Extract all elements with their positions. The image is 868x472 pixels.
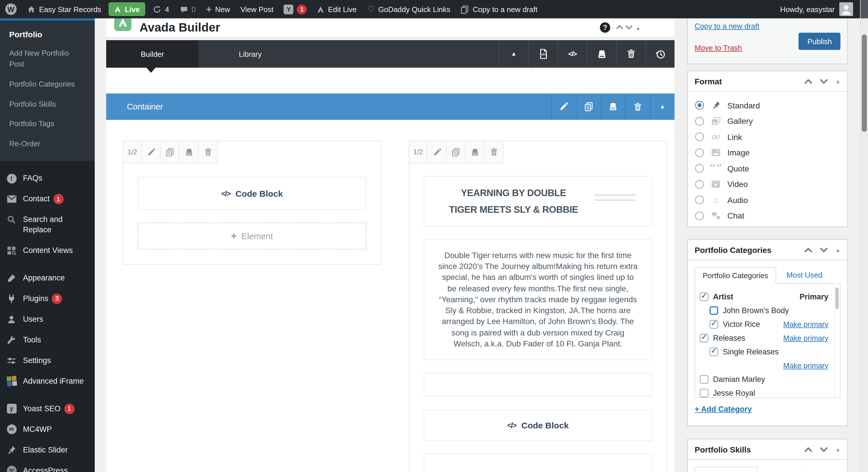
chevron-down-icon[interactable] [625,25,632,30]
move-up-icon[interactable] [804,78,812,84]
column-delete-button[interactable] [198,140,218,164]
category-row-artist[interactable]: Artist Primary [700,290,834,303]
code-block-element[interactable]: </>Code Block [424,409,652,441]
window-scrollbar[interactable] [860,0,868,472]
updates-button[interactable]: 4 [148,0,174,19]
yoast-menu-button[interactable]: Y 1 [279,0,312,19]
move-down-icon[interactable] [820,446,828,452]
collapse-panel-icon[interactable]: ▲ [835,446,840,452]
move-down-icon[interactable] [820,247,828,252]
wordpress-menu-button[interactable]: W [0,0,22,19]
radio[interactable] [695,164,704,173]
avatar[interactable] [839,2,853,16]
custom-css-file-button[interactable]: </> [528,40,557,68]
sidebar-item-advanced-iframe[interactable]: Advanced iFrame [0,371,95,392]
tab-portfolio-skills[interactable]: Portfolio Skills [694,467,757,472]
help-icon[interactable]: ? [600,22,610,33]
radio[interactable] [695,180,704,189]
format-option-audio[interactable]: ♫ Audio [688,192,847,208]
sidebar-item-mc4wp[interactable]: m MC4WP [0,419,95,440]
category-row-victor-rice[interactable]: Victor Rice Make primary [700,317,834,331]
sidebar-item-contact[interactable]: Contact1 [0,189,95,209]
make-primary-link[interactable]: Make primary [783,361,829,370]
column-clone-button[interactable] [446,140,466,164]
column-save-button[interactable] [466,140,485,164]
godaddy-live-badge[interactable]: Live [109,2,146,16]
sidebar-item-plugins[interactable]: Plugins3 [0,288,95,309]
radio[interactable] [695,117,704,126]
column-edit-button[interactable] [428,140,446,164]
new-content-button[interactable]: + New [201,0,236,19]
sidebar-item-accesspress-twitter-feed[interactable]: TF AccessPress Twitter Feed Pro [0,460,95,472]
radio[interactable] [695,148,704,157]
column-size-label[interactable]: 1/2 [123,140,142,164]
sidebar-item-tools[interactable]: Tools [0,330,95,350]
make-primary-link[interactable]: Make primary [783,334,829,342]
column-save-button[interactable] [180,140,198,164]
format-option-standard[interactable]: Standard [688,98,847,113]
checkbox-checked[interactable] [700,334,708,342]
container-collapse-button[interactable]: ▲ [650,94,675,120]
howdy-label[interactable]: Howdy, easystar [780,5,835,13]
column-delete-button[interactable] [485,140,503,164]
history-button[interactable] [645,40,675,68]
collapse-sections-button[interactable]: ▲ [499,40,528,68]
container-bar[interactable]: Container ▲ [106,94,675,120]
add-element-button[interactable]: +Element [138,223,366,249]
sidebar-item-faqs[interactable]: ! FAQs [0,168,95,189]
format-option-link[interactable]: Link [688,129,847,145]
add-category-link[interactable]: + Add Category [694,405,752,413]
category-row-single-releases[interactable]: Single Releases [700,345,834,359]
sidebar-item-add-new-portfolio-post[interactable]: Add New Portfolio Post [0,43,95,74]
delete-page-content-button[interactable] [616,40,645,68]
sidebar-item-users[interactable]: Users [0,309,95,330]
tab-builder[interactable]: Builder [106,40,198,68]
category-row-jesse-royal[interactable]: Jesse Royal [700,386,834,398]
column-edit-button[interactable] [142,140,161,164]
sidebar-item-reorder[interactable]: Re-Order [0,134,95,154]
make-primary-link[interactable]: Make primary [783,320,829,328]
category-row-damian-marley[interactable]: Damian Marley [700,372,834,386]
empty-element[interactable] [424,453,652,472]
empty-element[interactable] [424,373,652,396]
move-to-trash-link[interactable]: Move to Trash [694,43,742,52]
code-block-element[interactable]: </>Code Block [138,177,366,210]
collapse-panel-icon[interactable]: ▲ [835,78,840,84]
text-block-element[interactable]: Double Tiger returns with new music for … [424,239,652,360]
tab-most-used[interactable]: Most Used [768,470,803,472]
radio[interactable] [695,133,704,141]
checkbox[interactable] [700,389,708,397]
sidebar-item-portfolio-tags[interactable]: Portfolio Tags [0,114,95,134]
copy-to-new-draft-button[interactable]: Copy to a new draft [456,0,542,19]
container-delete-button[interactable] [625,94,650,120]
sidebar-item-search-and-replace[interactable]: Search and Replace [0,209,95,240]
comments-button[interactable]: 0 [174,0,200,19]
column-size-label[interactable]: 1/2 [409,140,428,164]
edit-live-button[interactable]: Edit Live [312,0,362,19]
checkbox-checked[interactable] [700,292,708,301]
checkbox-checked[interactable] [710,320,718,328]
save-containers-button[interactable] [587,40,616,68]
publish-button[interactable]: Publish [799,33,840,50]
checkbox[interactable] [700,375,708,383]
chevron-up-icon[interactable] [616,25,623,30]
collapse-panel-icon[interactable]: ▲ [835,247,840,252]
title-element[interactable]: YEARNING BY DOUBLE TIGER MEETS SLY & ROB… [424,176,652,227]
move-up-icon[interactable] [804,247,812,252]
format-option-gallery[interactable]: Gallery [688,113,847,129]
sidebar-item-yoast-seo[interactable]: y Yoast SEO1 [0,398,95,419]
list-scrollbar[interactable] [834,284,840,398]
radio-selected[interactable] [695,101,704,110]
radio[interactable] [695,212,704,220]
move-down-icon[interactable] [820,78,828,84]
column-clone-button[interactable] [161,140,180,164]
sidebar-item-portfolio-skills[interactable]: Portfolio Skills [0,94,95,114]
sidebar-item-elastic-slider[interactable]: Elastic Slider [0,440,95,460]
tab-library[interactable]: Library [198,40,325,68]
view-post-link[interactable]: View Post [236,0,279,19]
container-clone-button[interactable] [576,94,600,120]
scrollbar-thumb[interactable] [862,34,867,132]
custom-css-button[interactable]: </> [557,40,587,68]
move-up-icon[interactable] [804,446,812,452]
site-name-link[interactable]: Easy Star Records [22,0,106,19]
